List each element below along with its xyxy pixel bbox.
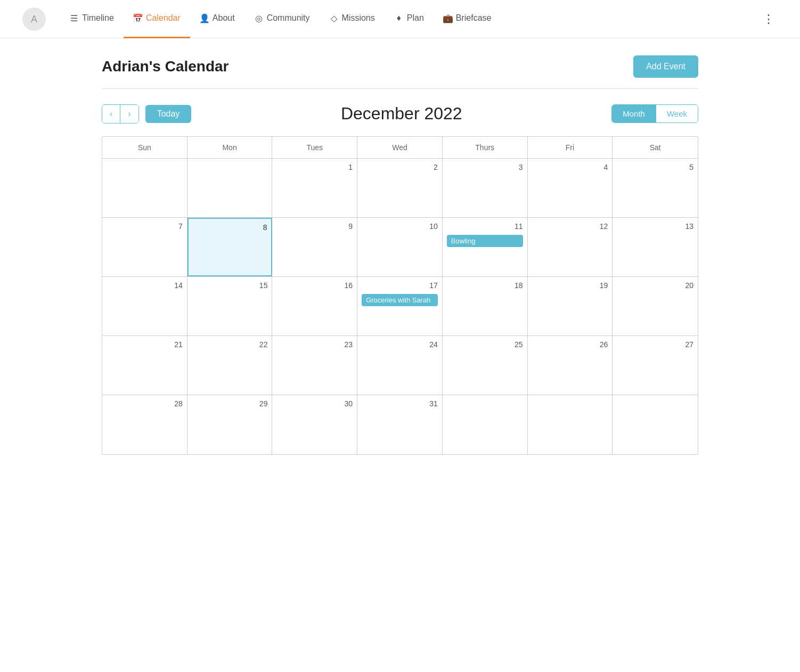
community-icon: ◎ xyxy=(254,13,264,23)
day-number: 10 xyxy=(362,222,438,231)
calendar-day[interactable] xyxy=(102,159,187,217)
calendar-day[interactable]: 31 xyxy=(357,395,443,454)
calendar-day[interactable]: 11Bowling xyxy=(443,218,528,276)
next-button[interactable]: › xyxy=(120,105,138,123)
calendar-body: 123457891011Bowling121314151617Groceries… xyxy=(102,159,698,454)
calendar-day[interactable] xyxy=(443,395,528,454)
calendar-day[interactable]: 4 xyxy=(528,159,613,217)
day-number: 23 xyxy=(276,340,353,349)
day-header-tues: Tues xyxy=(272,137,357,159)
nav-item-label-missions: Missions xyxy=(342,13,375,23)
calendar-day[interactable]: 3 xyxy=(443,159,528,217)
calendar-day[interactable]: 1 xyxy=(272,159,357,217)
day-number: 8 xyxy=(193,223,267,232)
day-number: 25 xyxy=(447,340,523,349)
calendar-day[interactable]: 30 xyxy=(272,395,357,454)
day-number: 4 xyxy=(532,163,608,171)
header-row: Adrian's Calendar Add Event xyxy=(102,55,698,78)
day-number: 17 xyxy=(362,281,438,290)
day-number: 31 xyxy=(362,399,438,408)
calendar-day[interactable]: 15 xyxy=(187,277,273,335)
calendar-day[interactable]: 13 xyxy=(613,218,698,276)
calendar-day[interactable]: 9 xyxy=(272,218,357,276)
calendar-day[interactable]: 19 xyxy=(528,277,613,335)
add-event-button[interactable]: Add Event xyxy=(633,55,698,78)
nav-item-calendar[interactable]: 📅Calendar xyxy=(124,0,190,38)
day-number: 13 xyxy=(617,222,693,231)
calendar-day[interactable]: 16 xyxy=(272,277,357,335)
calendar-day[interactable]: 12 xyxy=(528,218,613,276)
more-menu-button[interactable]: ⋮ xyxy=(758,12,779,26)
day-number: 5 xyxy=(617,163,693,171)
event-chip[interactable]: Bowling xyxy=(447,235,523,247)
calendar-day[interactable]: 18 xyxy=(443,277,528,335)
day-header-fri: Fri xyxy=(528,137,613,159)
day-header-sat: Sat xyxy=(613,137,698,159)
calendar-day[interactable]: 2 xyxy=(357,159,443,217)
calendar-week-0: 12345 xyxy=(102,159,698,218)
nav-item-timeline[interactable]: ☰Timeline xyxy=(60,0,124,38)
calendar-day[interactable]: 29 xyxy=(187,395,273,454)
calendar-day[interactable] xyxy=(528,395,613,454)
calendar-day[interactable]: 14 xyxy=(102,277,187,335)
nav-item-briefcase[interactable]: 💼Briefcase xyxy=(434,0,501,38)
calendar-day[interactable]: 8 xyxy=(187,218,273,276)
day-number: 19 xyxy=(532,281,608,290)
event-chip[interactable]: Groceries with Sarah xyxy=(362,294,438,306)
page-title: Adrian's Calendar xyxy=(102,58,229,75)
calendar-day[interactable]: 28 xyxy=(102,395,187,454)
day-number: 29 xyxy=(192,399,268,408)
calendar-week-1: 7891011Bowling1213 xyxy=(102,218,698,277)
calendar-grid: SunMonTuesWedThursFriSat 123457891011Bow… xyxy=(102,136,698,455)
nav-item-label-community: Community xyxy=(267,13,310,23)
calendar-day[interactable]: 22 xyxy=(187,336,273,395)
day-header-wed: Wed xyxy=(357,137,443,159)
day-number: 18 xyxy=(447,281,523,290)
day-number: 7 xyxy=(107,222,183,231)
calendar-icon: 📅 xyxy=(133,13,143,23)
calendar-day[interactable]: 24 xyxy=(357,336,443,395)
calendar-day[interactable]: 5 xyxy=(613,159,698,217)
today-button[interactable]: Today xyxy=(145,105,192,123)
calendar-day[interactable]: 10 xyxy=(357,218,443,276)
calendar-day[interactable]: 23 xyxy=(272,336,357,395)
nav-item-about[interactable]: 👤About xyxy=(190,0,244,38)
day-number: 28 xyxy=(107,399,183,408)
day-number: 21 xyxy=(107,340,183,349)
calendar-day[interactable]: 17Groceries with Sarah xyxy=(357,277,443,335)
day-number: 9 xyxy=(276,222,353,231)
calendar-day[interactable] xyxy=(613,395,698,454)
plan-icon: ♦ xyxy=(394,13,404,23)
nav-bar: A ☰Timeline📅Calendar👤About◎Community◇Mis… xyxy=(0,0,800,38)
nav-item-missions[interactable]: ◇Missions xyxy=(320,0,385,38)
nav-item-label-briefcase: Briefcase xyxy=(456,13,492,23)
day-number: 15 xyxy=(192,281,268,290)
calendar-day[interactable]: 7 xyxy=(102,218,187,276)
missions-icon: ◇ xyxy=(329,13,339,23)
prev-button[interactable]: ‹ xyxy=(102,105,120,123)
month-view-button[interactable]: Month xyxy=(612,105,656,122)
nav-item-label-calendar: Calendar xyxy=(146,13,181,23)
day-number: 26 xyxy=(532,340,608,349)
calendar-day[interactable]: 27 xyxy=(613,336,698,395)
day-number: 2 xyxy=(362,163,438,171)
calendar-week-3: 21222324252627 xyxy=(102,336,698,395)
calendar-week-4: 28293031 xyxy=(102,395,698,454)
calendar-day[interactable]: 26 xyxy=(528,336,613,395)
nav-item-label-about: About xyxy=(213,13,235,23)
nav-item-community[interactable]: ◎Community xyxy=(244,0,320,38)
calendar-day[interactable]: 20 xyxy=(613,277,698,335)
logo: A xyxy=(21,6,47,32)
day-number: 16 xyxy=(276,281,353,290)
day-number: 27 xyxy=(617,340,693,349)
about-icon: 👤 xyxy=(200,13,209,23)
day-header-sun: Sun xyxy=(102,137,187,159)
calendar-day[interactable] xyxy=(187,159,273,217)
calendar-day[interactable]: 25 xyxy=(443,336,528,395)
day-number: 14 xyxy=(107,281,183,290)
calendar-header: SunMonTuesWedThursFriSat xyxy=(102,137,698,159)
nav-item-plan[interactable]: ♦Plan xyxy=(385,0,434,38)
calendar-day[interactable]: 21 xyxy=(102,336,187,395)
timeline-icon: ☰ xyxy=(69,13,79,23)
week-view-button[interactable]: Week xyxy=(656,105,698,122)
